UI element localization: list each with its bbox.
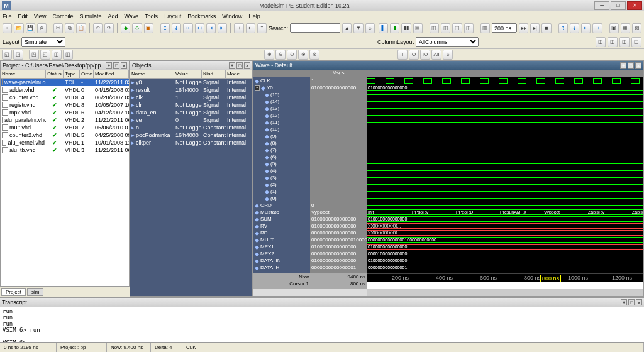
menu-simulate[interactable]: Simulate [79,13,101,19]
t3a-icon[interactable]: ◱ [2,50,12,60]
zoom-out-icon[interactable]: ⊖ [275,50,286,60]
wave-signal[interactable]: ◆CLK [253,77,310,84]
zoom-in-icon[interactable]: ⊕ [264,50,274,60]
zoom-fit-icon[interactable]: ⊗ [298,50,308,60]
project-row[interactable]: registr.vhd✔VHDL810/05/2007 10:14:04 ... [1,101,129,109]
b2-icon[interactable]: ◫ [441,23,450,33]
project-row[interactable]: counter2.vhd✔VHDL504/25/2008 09:50:40 ..… [1,131,129,139]
search-up-icon[interactable]: ▲ [342,23,352,33]
wave3-icon[interactable]: ⇡ [257,23,267,33]
project-row[interactable]: mult.vhd✔VHDL705/06/2010 07:11:56 ... [1,124,129,131]
col-modified[interactable]: Modified [94,70,129,78]
zoom-last-icon[interactable]: ⊘ [309,50,319,60]
maximize-button[interactable]: □ [611,1,626,10]
object-row[interactable]: ▸nNot LoggedConstantInternal [130,124,252,131]
t3b-icon[interactable]: ◲ [13,50,23,60]
col-order[interactable]: Orde [80,70,94,78]
sel4-icon[interactable]: All [431,50,441,60]
b3-icon[interactable]: ◫ [452,23,462,33]
play-icon[interactable]: ▮ [390,23,399,33]
tab-project[interactable]: Project [1,288,26,296]
end3-icon[interactable]: ▧ [632,23,641,33]
wave-signal[interactable]: ◆MULT [253,236,310,243]
end2-icon[interactable]: ▦ [621,23,630,33]
object-row[interactable]: ▸y0Not LoggedSignalInternal [130,79,252,86]
object-row[interactable]: ▸pocPodminka16'h4000ConstantInternal [130,131,252,139]
pause-icon[interactable]: ▮▮ [401,23,411,33]
menu-file[interactable]: File [3,13,12,19]
search-input[interactable] [290,23,340,33]
col-name[interactable]: Name [1,70,46,78]
cut-icon[interactable]: ✂ [53,23,63,33]
wave-signal[interactable]: ◆RD [253,229,310,236]
obj-col-mode[interactable]: Mode [226,70,252,78]
time-input[interactable] [492,23,517,33]
save-icon[interactable]: 💾 [26,23,35,33]
wave-signal[interactable]: ◆(13) [253,105,310,112]
menu-view[interactable]: View [34,13,46,19]
search-down-icon[interactable]: ▼ [353,23,363,33]
sim-icon[interactable]: ▣ [144,23,153,33]
new-icon[interactable]: ▫ [3,23,12,33]
project-row[interactable]: mpx.vhd✔VHDL604/12/2007 10:22:38 ... [1,109,129,116]
g2-icon[interactable]: ◫ [608,37,618,47]
tr-max-icon[interactable]: □ [628,299,635,305]
step4-icon[interactable]: ↤ [195,23,204,33]
obj-col-value[interactable]: Value [174,70,202,78]
wave-signal[interactable]: ◆(3) [253,174,310,181]
run-all-icon[interactable]: ▸| [530,23,540,33]
step3-icon[interactable]: ↦ [183,23,192,33]
nav4-icon[interactable]: ⇢ [592,23,602,33]
object-row[interactable]: ▸clk1SignalInternal [130,94,252,101]
compile-icon[interactable]: ◆ [121,23,130,33]
cursor-left-icon[interactable]: ▌ [379,23,388,33]
menu-bookmarks[interactable]: Bookmarks [187,13,216,19]
close-panel-icon[interactable]: × [121,62,127,69]
wave-max-icon[interactable]: □ [628,62,634,69]
t3d-icon[interactable]: ◰ [40,50,50,60]
menu-layout[interactable]: Layout [164,13,181,19]
wave-signal[interactable]: ◆MCstate [253,209,310,216]
transcript-body[interactable]: runrunrunVSIM 6> run VSIM 6> [0,307,644,342]
wave-signal[interactable]: ◆(11) [253,119,310,126]
sel3-icon[interactable]: IO [420,50,430,60]
sel5-icon[interactable]: ⌕ [443,50,453,60]
tab-sim[interactable]: sim [27,288,43,296]
open-icon[interactable]: 📂 [14,23,23,33]
wave-plot[interactable]: 0100000000000000InitPPdoRVPPdoRDPresunAM… [367,77,643,273]
menu-tools[interactable]: Tools [145,13,158,19]
wave-signal[interactable]: ◆RV [253,223,310,229]
b1-icon[interactable]: ◫ [430,23,439,33]
nav2-icon[interactable]: ⇣ [570,23,579,33]
t3c-icon[interactable]: ◳ [29,50,39,60]
t3e-icon[interactable]: ◫ [52,50,62,60]
wave1-icon[interactable]: ⇢ [234,23,243,33]
b4-icon[interactable]: ◫ [464,23,474,33]
g4-icon[interactable]: ◫ [631,37,641,47]
copy-icon[interactable]: ⧉ [65,23,74,33]
menu-edit[interactable]: Edit [18,13,28,19]
obj-col-kind[interactable]: Kind [202,70,226,78]
wave-signal[interactable]: ◆(9) [253,133,310,140]
wave-signal[interactable]: ◆(1) [253,188,310,195]
sel2-icon[interactable]: O [409,50,419,60]
wave-signal[interactable]: ◆(5) [253,160,310,167]
project-row[interactable]: alu_tb.vhd✔VHDL311/21/2011 06:32:40 ... [1,146,129,154]
compile-all-icon[interactable]: ◇ [132,23,142,33]
menu-window[interactable]: Window [222,13,242,19]
col-type[interactable]: Type [64,70,80,78]
wave-time-ruler[interactable]: 200 ns400 ns600 ns800 ns1000 ns1200 ns14… [367,273,643,282]
project-row[interactable]: counter.vhd✔VHDL406/28/2007 02:09:04 ... [1,94,129,101]
wave-signal-names[interactable]: ◆CLK−◆Y0◆(15)◆(14)◆(13)◆(12)◆(11)◆(10)◆(… [253,77,310,273]
pin-icon[interactable]: + [106,62,112,69]
wave-pin-icon[interactable]: + [620,62,626,69]
menu-wave[interactable]: Wave [124,13,138,19]
zoom-full-icon[interactable]: ⊙ [287,50,297,60]
layout-icon[interactable]: ▤ [413,23,423,33]
close-button[interactable]: ✕ [627,1,642,10]
run-icon[interactable]: ▸▸ [519,23,528,33]
obj-close-icon[interactable]: × [244,62,250,69]
menu-add[interactable]: Add [108,13,118,19]
end1-icon[interactable]: ▣ [609,23,619,33]
nav3-icon[interactable]: ⇠ [581,23,591,33]
